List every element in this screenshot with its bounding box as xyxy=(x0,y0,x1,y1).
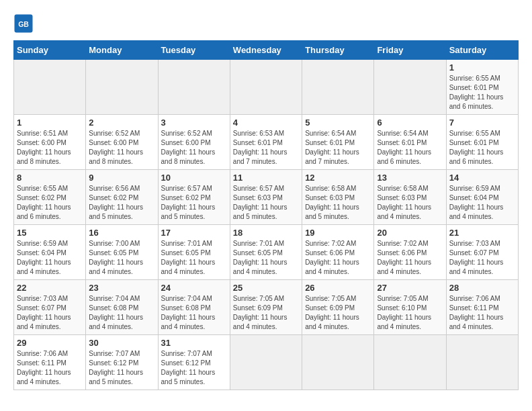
day-info: Sunrise: 6:57 AMSunset: 6:03 PMDaylight:… xyxy=(233,184,299,222)
day-number: 19 xyxy=(305,228,371,238)
day-info: Sunrise: 6:58 AMSunset: 6:03 PMDaylight:… xyxy=(305,184,371,222)
calendar-cell: 25Sunrise: 7:05 AMSunset: 6:09 PMDayligh… xyxy=(230,280,302,335)
day-number: 30 xyxy=(89,338,154,348)
day-info: Sunrise: 6:52 AMSunset: 6:00 PMDaylight:… xyxy=(89,129,154,167)
day-number: 1 xyxy=(449,62,515,73)
day-header-wednesday: Wednesday xyxy=(230,41,302,60)
day-info: Sunrise: 7:02 AMSunset: 6:06 PMDaylight:… xyxy=(305,239,371,277)
day-info: Sunrise: 7:01 AMSunset: 6:05 PMDaylight:… xyxy=(233,239,299,277)
day-info: Sunrise: 6:59 AMSunset: 6:04 PMDaylight:… xyxy=(17,239,83,277)
day-number: 11 xyxy=(233,173,299,183)
day-header-sunday: Sunday xyxy=(14,41,86,60)
calendar-cell xyxy=(302,60,374,115)
day-number: 28 xyxy=(449,283,515,293)
day-number: 17 xyxy=(161,228,227,238)
svg-text:GB: GB xyxy=(18,20,29,28)
calendar-cell: 4Sunrise: 6:53 AMSunset: 6:01 PMDaylight… xyxy=(230,115,302,170)
day-number: 9 xyxy=(89,173,154,183)
day-number: 15 xyxy=(17,228,83,238)
day-info: Sunrise: 6:56 AMSunset: 6:02 PMDaylight:… xyxy=(89,184,154,222)
day-info: Sunrise: 6:55 AMSunset: 6:01 PMDaylight:… xyxy=(449,129,515,167)
calendar-cell: 1Sunrise: 6:51 AMSunset: 6:00 PMDaylight… xyxy=(14,115,86,170)
calendar-cell: 24Sunrise: 7:04 AMSunset: 6:08 PMDayligh… xyxy=(158,280,230,335)
week-row-2: 8Sunrise: 6:55 AMSunset: 6:02 PMDaylight… xyxy=(14,170,519,225)
calendar-table: SundayMondayTuesdayWednesdayThursdayFrid… xyxy=(13,40,519,390)
day-number: 3 xyxy=(161,118,227,128)
day-info: Sunrise: 6:54 AMSunset: 6:01 PMDaylight:… xyxy=(305,129,371,167)
day-number: 8 xyxy=(17,173,83,183)
calendar-cell: 31Sunrise: 7:07 AMSunset: 6:12 PMDayligh… xyxy=(158,335,230,390)
day-header-saturday: Saturday xyxy=(446,41,518,60)
logo: GB xyxy=(13,13,36,34)
week-row-3: 15Sunrise: 6:59 AMSunset: 6:04 PMDayligh… xyxy=(14,225,519,280)
calendar-cell: 5Sunrise: 6:54 AMSunset: 6:01 PMDaylight… xyxy=(302,115,374,170)
day-number: 7 xyxy=(449,118,515,128)
calendar-cell: 6Sunrise: 6:54 AMSunset: 6:01 PMDaylight… xyxy=(374,115,446,170)
calendar-cell: 17Sunrise: 7:01 AMSunset: 6:05 PMDayligh… xyxy=(158,225,230,280)
calendar-cell: 27Sunrise: 7:05 AMSunset: 6:10 PMDayligh… xyxy=(374,280,446,335)
day-number: 2 xyxy=(89,118,154,128)
day-number: 27 xyxy=(377,283,443,293)
week-row-0: 1Sunrise: 6:55 AMSunset: 6:01 PMDaylight… xyxy=(14,60,519,115)
calendar-cell xyxy=(158,60,230,115)
day-number: 29 xyxy=(17,338,83,348)
day-info: Sunrise: 7:01 AMSunset: 6:05 PMDaylight:… xyxy=(161,239,227,277)
day-info: Sunrise: 6:59 AMSunset: 6:04 PMDaylight:… xyxy=(449,184,515,222)
calendar-cell: 12Sunrise: 6:58 AMSunset: 6:03 PMDayligh… xyxy=(302,170,374,225)
day-info: Sunrise: 7:07 AMSunset: 6:12 PMDaylight:… xyxy=(89,349,154,387)
day-info: Sunrise: 7:02 AMSunset: 6:06 PMDaylight:… xyxy=(377,239,443,277)
calendar-cell: 8Sunrise: 6:55 AMSunset: 6:02 PMDaylight… xyxy=(14,170,86,225)
day-info: Sunrise: 7:06 AMSunset: 6:11 PMDaylight:… xyxy=(17,349,83,387)
calendar-cell xyxy=(230,60,302,115)
day-info: Sunrise: 7:06 AMSunset: 6:11 PMDaylight:… xyxy=(449,294,515,332)
day-number: 21 xyxy=(449,228,515,238)
calendar-cell: 23Sunrise: 7:04 AMSunset: 6:08 PMDayligh… xyxy=(86,280,158,335)
day-number: 31 xyxy=(161,338,227,348)
calendar-cell: 20Sunrise: 7:02 AMSunset: 6:06 PMDayligh… xyxy=(374,225,446,280)
day-info: Sunrise: 6:55 AMSunset: 6:01 PMDaylight:… xyxy=(449,74,515,111)
day-info: Sunrise: 6:58 AMSunset: 6:03 PMDaylight:… xyxy=(377,184,443,222)
calendar-cell: 3Sunrise: 6:52 AMSunset: 6:00 PMDaylight… xyxy=(158,115,230,170)
calendar-cell xyxy=(86,60,158,115)
calendar-cell xyxy=(230,335,302,390)
calendar-cell: 18Sunrise: 7:01 AMSunset: 6:05 PMDayligh… xyxy=(230,225,302,280)
day-info: Sunrise: 7:04 AMSunset: 6:08 PMDaylight:… xyxy=(89,294,154,332)
day-info: Sunrise: 6:51 AMSunset: 6:00 PMDaylight:… xyxy=(17,129,83,167)
day-info: Sunrise: 7:03 AMSunset: 6:07 PMDaylight:… xyxy=(17,294,83,332)
calendar-cell xyxy=(446,335,518,390)
day-header-thursday: Thursday xyxy=(302,41,374,60)
day-number: 18 xyxy=(233,228,299,238)
day-number: 14 xyxy=(449,173,515,183)
day-number: 4 xyxy=(233,118,299,128)
day-info: Sunrise: 6:57 AMSunset: 6:02 PMDaylight:… xyxy=(161,184,227,222)
calendar-cell: 30Sunrise: 7:07 AMSunset: 6:12 PMDayligh… xyxy=(86,335,158,390)
day-info: Sunrise: 7:05 AMSunset: 6:10 PMDaylight:… xyxy=(377,294,443,332)
day-number: 20 xyxy=(377,228,443,238)
calendar-cell: 21Sunrise: 7:03 AMSunset: 6:07 PMDayligh… xyxy=(446,225,518,280)
day-number: 25 xyxy=(233,283,299,293)
calendar-cell: 10Sunrise: 6:57 AMSunset: 6:02 PMDayligh… xyxy=(158,170,230,225)
calendar-cell: 13Sunrise: 6:58 AMSunset: 6:03 PMDayligh… xyxy=(374,170,446,225)
day-info: Sunrise: 6:55 AMSunset: 6:02 PMDaylight:… xyxy=(17,184,83,222)
week-row-5: 29Sunrise: 7:06 AMSunset: 6:11 PMDayligh… xyxy=(14,335,519,390)
calendar-cell xyxy=(374,60,446,115)
calendar-cell xyxy=(14,60,86,115)
day-number: 12 xyxy=(305,173,371,183)
day-info: Sunrise: 7:03 AMSunset: 6:07 PMDaylight:… xyxy=(449,239,515,277)
header: GB xyxy=(13,13,519,34)
calendar-cell: 19Sunrise: 7:02 AMSunset: 6:06 PMDayligh… xyxy=(302,225,374,280)
day-info: Sunrise: 7:00 AMSunset: 6:05 PMDaylight:… xyxy=(89,239,154,277)
calendar-cell: 29Sunrise: 7:06 AMSunset: 6:11 PMDayligh… xyxy=(14,335,86,390)
calendar-cell: 22Sunrise: 7:03 AMSunset: 6:07 PMDayligh… xyxy=(14,280,86,335)
logo-icon: GB xyxy=(13,13,34,34)
calendar-cell xyxy=(374,335,446,390)
calendar-cell: 15Sunrise: 6:59 AMSunset: 6:04 PMDayligh… xyxy=(14,225,86,280)
calendar-cell: 1Sunrise: 6:55 AMSunset: 6:01 PMDaylight… xyxy=(446,60,518,115)
day-number: 16 xyxy=(89,228,154,238)
calendar-cell: 7Sunrise: 6:55 AMSunset: 6:01 PMDaylight… xyxy=(446,115,518,170)
day-number: 10 xyxy=(161,173,227,183)
day-number: 6 xyxy=(377,118,443,128)
day-number: 13 xyxy=(377,173,443,183)
calendar-cell: 2Sunrise: 6:52 AMSunset: 6:00 PMDaylight… xyxy=(86,115,158,170)
day-number: 1 xyxy=(17,118,83,128)
